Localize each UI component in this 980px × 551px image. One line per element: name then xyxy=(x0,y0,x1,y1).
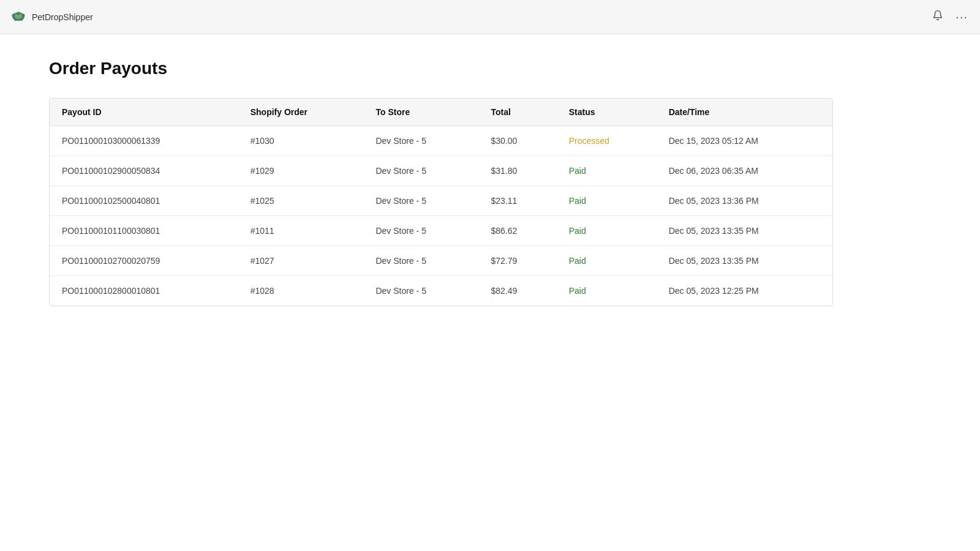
cell-status: Paid xyxy=(557,216,657,246)
bell-icon xyxy=(932,10,943,24)
cell-to-store: Dev Store - 5 xyxy=(363,156,478,186)
page-title: Order Payouts xyxy=(49,59,931,78)
cell-shopify-order: #1025 xyxy=(238,186,364,216)
cell-payout-id: PO011000102800010801 xyxy=(50,276,238,306)
table-row: PO011000101100030801 #1011 Dev Store - 5… xyxy=(50,216,832,246)
cell-total: $30.00 xyxy=(479,126,557,156)
table-header: Payout ID Shopify Order To Store Total S… xyxy=(50,99,832,126)
status-badge: Paid xyxy=(569,226,586,236)
cell-datetime: Dec 05, 2023 12:25 PM xyxy=(657,276,832,306)
svg-point-5 xyxy=(20,18,23,21)
cell-to-store: Dev Store - 5 xyxy=(363,246,478,276)
cell-payout-id: PO011000103000061339 xyxy=(50,126,238,156)
cell-to-store: Dev Store - 5 xyxy=(363,186,478,216)
cell-payout-id: PO011000101100030801 xyxy=(50,216,238,246)
svg-point-3 xyxy=(22,14,25,17)
table-row: PO011000102900050834 #1029 Dev Store - 5… xyxy=(50,156,832,186)
status-badge: Processed xyxy=(569,136,609,146)
cell-shopify-order: #1030 xyxy=(238,126,364,156)
cell-to-store: Dev Store - 5 xyxy=(363,276,478,306)
top-bar: PetDropShipper ··· xyxy=(0,0,980,34)
status-badge: Paid xyxy=(569,286,586,296)
cell-datetime: Dec 06, 2023 06:35 AM xyxy=(657,156,832,186)
cell-shopify-order: #1029 xyxy=(238,156,364,186)
status-badge: Paid xyxy=(569,256,586,266)
main-content: Order Payouts Payout ID Shopify Order To… xyxy=(0,34,980,331)
svg-point-6 xyxy=(17,12,20,15)
table-row: PO011000102700020759 #1027 Dev Store - 5… xyxy=(50,246,832,276)
cell-total: $23.11 xyxy=(479,186,557,216)
col-header-to-store: To Store xyxy=(363,99,478,126)
cell-datetime: Dec 15, 2023 05:12 AM xyxy=(657,126,832,156)
cell-status: Paid xyxy=(557,276,657,306)
cell-to-store: Dev Store - 5 xyxy=(363,216,478,246)
cell-datetime: Dec 05, 2023 13:36 PM xyxy=(657,186,832,216)
order-payouts-table: Payout ID Shopify Order To Store Total S… xyxy=(50,99,832,305)
table-row: PO011000103000061339 #1030 Dev Store - 5… xyxy=(50,126,832,156)
bell-button[interactable] xyxy=(930,7,946,26)
col-header-total: Total xyxy=(479,99,557,126)
more-options-button[interactable]: ··· xyxy=(953,7,970,26)
table-body: PO011000103000061339 #1030 Dev Store - 5… xyxy=(50,126,832,306)
status-badge: Paid xyxy=(569,166,586,176)
cell-status: Processed xyxy=(557,126,657,156)
cell-payout-id: PO011000102500040801 xyxy=(50,186,238,216)
svg-point-2 xyxy=(12,14,15,17)
cell-status: Paid xyxy=(557,186,657,216)
cell-datetime: Dec 05, 2023 13:35 PM xyxy=(657,246,832,276)
col-header-shopify-order: Shopify Order xyxy=(238,99,364,126)
order-payouts-table-container: Payout ID Shopify Order To Store Total S… xyxy=(49,98,833,306)
cell-total: $86.62 xyxy=(479,216,557,246)
cell-payout-id: PO011000102900050834 xyxy=(50,156,238,186)
cell-to-store: Dev Store - 5 xyxy=(363,126,478,156)
cell-total: $82.49 xyxy=(479,276,557,306)
svg-point-4 xyxy=(14,18,17,21)
table-row: PO011000102500040801 #1025 Dev Store - 5… xyxy=(50,186,832,216)
app-logo-icon xyxy=(10,10,27,24)
cell-total: $31.80 xyxy=(479,156,557,186)
status-badge: Paid xyxy=(569,196,586,206)
col-header-payout-id: Payout ID xyxy=(50,99,238,126)
col-header-status: Status xyxy=(557,99,657,126)
cell-status: Paid xyxy=(557,156,657,186)
cell-shopify-order: #1028 xyxy=(238,276,364,306)
more-icon: ··· xyxy=(956,10,968,24)
cell-total: $72.79 xyxy=(479,246,557,276)
top-bar-left: PetDropShipper xyxy=(10,10,93,24)
table-header-row: Payout ID Shopify Order To Store Total S… xyxy=(50,99,832,126)
cell-shopify-order: #1011 xyxy=(238,216,364,246)
cell-shopify-order: #1027 xyxy=(238,246,364,276)
app-name: PetDropShipper xyxy=(32,12,93,22)
table-row: PO011000102800010801 #1028 Dev Store - 5… xyxy=(50,276,832,306)
cell-status: Paid xyxy=(557,246,657,276)
cell-payout-id: PO011000102700020759 xyxy=(50,246,238,276)
top-bar-right: ··· xyxy=(930,7,970,26)
cell-datetime: Dec 05, 2023 13:35 PM xyxy=(657,216,832,246)
col-header-datetime: Date/Time xyxy=(657,99,832,126)
